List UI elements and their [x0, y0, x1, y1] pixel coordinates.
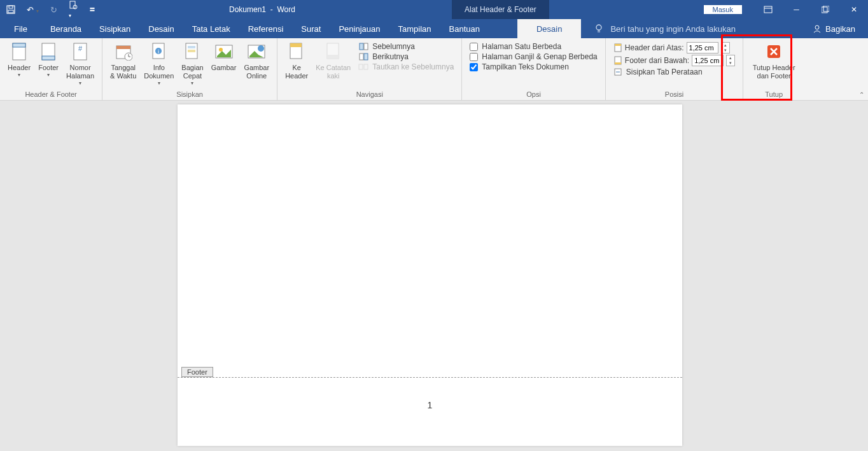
- different-odd-even-checkbox[interactable]: Halaman Ganjil & Genap Berbeda: [470, 52, 597, 61]
- close-header-footer-button[interactable]: Tutup Header dan Footer: [747, 40, 801, 82]
- ribbon-display-icon[interactable]: [753, 0, 782, 19]
- svg-rect-47: [615, 62, 621, 64]
- link-icon: [358, 62, 368, 71]
- group-label: Header & Footer: [25, 89, 76, 100]
- date-time-button[interactable]: Tanggal & Waktu: [106, 40, 140, 82]
- lightbulb-icon: [594, 24, 604, 34]
- different-first-checkbox[interactable]: Halaman Satu Berbeda: [470, 42, 597, 51]
- svg-rect-20: [116, 46, 130, 49]
- doc-info-icon: i: [149, 41, 169, 62]
- footer-pos-icon: [613, 56, 622, 65]
- menu-bar: File Beranda Sisipkan Desain Tata Letak …: [0, 19, 868, 38]
- menu-bantuan[interactable]: Bantuan: [440, 19, 489, 38]
- quick-access-toolbar: ↶ ▾ ↻ ▾ 〓: [0, 1, 95, 19]
- redo-icon[interactable]: ↻: [50, 5, 57, 15]
- header-pos-icon: [613, 43, 622, 52]
- save-icon[interactable]: [6, 5, 15, 14]
- picture-button[interactable]: Gambar: [207, 40, 241, 73]
- tell-me-label: Beri tahu yang ingin Anda lakukan: [610, 24, 736, 34]
- goto-header-button[interactable]: Ke Header: [281, 40, 312, 82]
- page-number-icon: #: [70, 41, 90, 62]
- svg-rect-2: [8, 10, 13, 13]
- window-controls: Masuk ─ ✕: [704, 0, 868, 19]
- share-icon: [813, 24, 822, 33]
- quick-parts-button[interactable]: Bagian Cepat▾: [178, 40, 207, 88]
- previous-icon: [358, 42, 368, 51]
- svg-text:#: #: [78, 45, 83, 52]
- menu-tataletak[interactable]: Tata Letak: [183, 19, 239, 38]
- tell-me-search[interactable]: Beri tahu yang ingin Anda lakukan: [594, 24, 736, 34]
- svg-rect-42: [359, 64, 363, 69]
- next-button[interactable]: Berikutnya: [358, 52, 454, 61]
- svg-rect-29: [188, 50, 195, 52]
- share-button[interactable]: Bagikan: [813, 24, 868, 34]
- header-icon: [9, 41, 29, 62]
- svg-rect-41: [364, 54, 368, 60]
- svg-rect-39: [364, 43, 368, 50]
- menu-surat[interactable]: Surat: [292, 19, 330, 38]
- menu-desain-contextual[interactable]: Desain: [517, 19, 581, 38]
- document-area: Footer 1: [0, 101, 868, 451]
- header-button[interactable]: Header▾: [4, 40, 34, 80]
- footer-icon: [38, 41, 59, 62]
- online-picture-icon: [246, 41, 267, 62]
- link-previous-button: Tautkan ke Sebelumnya: [358, 62, 454, 71]
- insert-align-tab[interactable]: Sisipkan Tab Perataan: [613, 68, 735, 76]
- svg-rect-7: [822, 7, 827, 13]
- group-sisipkan: Tanggal & Waktu i Info Dokumen▾ Bagian C…: [102, 38, 277, 100]
- group-tutup: Tutup Header dan Footer Tutup: [743, 38, 804, 100]
- menu-tampilan[interactable]: Tampilan: [389, 19, 440, 38]
- footer-boundary: [178, 377, 682, 378]
- ribbon: Header▾ Footer▾ # Nomor Halaman▾ Header …: [0, 38, 868, 101]
- menu-peninjauan[interactable]: Peninjauan: [330, 19, 389, 38]
- menu-file[interactable]: File: [0, 19, 41, 38]
- signin-button[interactable]: Masuk: [704, 5, 742, 14]
- menu-referensi[interactable]: Referensi: [239, 19, 293, 38]
- group-label: Opsi: [526, 89, 541, 100]
- online-picture-button[interactable]: Gambar Online: [240, 40, 273, 82]
- maximize-icon[interactable]: [811, 0, 839, 19]
- group-navigasi: Ke Header Ke Catatan kaki Sebelumnya Ber…: [277, 38, 462, 100]
- group-opsi: Halaman Satu Berbeda Halaman Ganjil & Ge…: [462, 38, 605, 100]
- svg-rect-14: [13, 43, 25, 47]
- previous-button[interactable]: Sebelumnya: [358, 42, 454, 51]
- menu-beranda[interactable]: Beranda: [41, 19, 90, 38]
- footer-pos-input[interactable]: [692, 55, 724, 66]
- header-from-top[interactable]: Header dari Atas: ▴▾: [613, 42, 735, 54]
- customize-qat-icon[interactable]: 〓: [89, 5, 95, 14]
- group-label: Sisipkan: [176, 89, 203, 100]
- page-number-button[interactable]: # Nomor Halaman▾: [62, 40, 98, 88]
- doc-info-button[interactable]: i Info Dokumen▾: [140, 40, 178, 88]
- svg-rect-45: [615, 44, 621, 46]
- close-icon[interactable]: ✕: [839, 0, 868, 19]
- svg-point-33: [258, 45, 264, 52]
- svg-rect-43: [364, 64, 368, 69]
- svg-rect-1: [9, 6, 13, 8]
- calendar-icon: [113, 41, 134, 62]
- menu-sisipkan[interactable]: Sisipkan: [90, 19, 139, 38]
- tab-icon: [613, 68, 622, 76]
- svg-rect-37: [327, 55, 339, 59]
- footer-from-bottom[interactable]: Footer dari Bawah: ▴▾: [613, 55, 735, 66]
- header-pos-input[interactable]: [687, 42, 718, 54]
- goto-footer-icon: [323, 41, 344, 62]
- close-hf-icon: [764, 41, 784, 62]
- footer-button[interactable]: Footer▾: [34, 40, 62, 80]
- minimize-icon[interactable]: ─: [782, 0, 811, 19]
- menu-desain[interactable]: Desain: [139, 19, 183, 38]
- group-label: Posisi: [665, 89, 683, 100]
- undo-icon[interactable]: ↶ ▾: [27, 5, 39, 15]
- print-preview-icon[interactable]: ▾: [69, 1, 78, 19]
- share-label: Bagikan: [825, 24, 855, 34]
- collapse-ribbon-icon[interactable]: ⌃: [859, 91, 864, 98]
- svg-rect-16: [42, 56, 55, 60]
- title-bar: ↶ ▾ ↻ ▾ 〓 Dokumen1 - Word Alat Header & …: [0, 0, 868, 19]
- quick-parts-icon: [182, 41, 202, 62]
- spinner[interactable]: ▴▾: [721, 42, 730, 54]
- svg-rect-35: [290, 43, 302, 47]
- show-doc-text-checkbox[interactable]: Tampilkan Teks Dokumen: [470, 62, 597, 71]
- page[interactable]: Footer 1: [178, 104, 682, 446]
- spinner[interactable]: ▴▾: [726, 55, 735, 66]
- goto-footer-button: Ke Catatan kaki: [312, 40, 354, 82]
- svg-point-9: [596, 25, 601, 30]
